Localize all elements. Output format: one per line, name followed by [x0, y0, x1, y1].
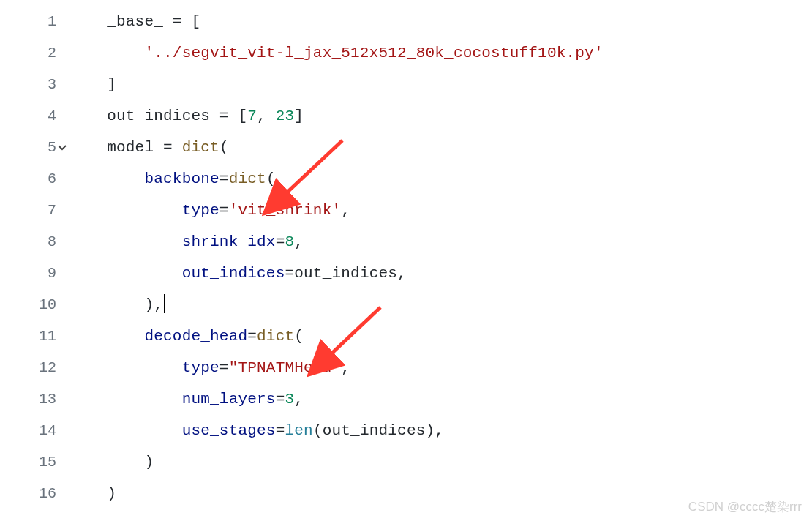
- token-default: [173, 139, 182, 156]
- line-number: 12: [0, 352, 56, 383]
- token-bracket: ]: [107, 76, 116, 93]
- token-bracket: (: [266, 170, 276, 187]
- token-param: backbone: [144, 170, 219, 187]
- token-operator: =: [247, 328, 257, 345]
- token-param: use_stages: [182, 422, 276, 439]
- code-line[interactable]: _base_ = [: [69, 6, 812, 37]
- text-cursor: [164, 294, 165, 313]
- token-bracket: (: [219, 139, 229, 156]
- token-bracket: (: [294, 328, 304, 345]
- code-line[interactable]: type="TPNATMHead",: [69, 352, 812, 383]
- line-number: 2: [0, 37, 56, 69]
- token-param: type: [182, 202, 219, 219]
- token-param: num_layers: [182, 391, 276, 408]
- token-default: [182, 13, 192, 30]
- code-line[interactable]: ),: [69, 289, 812, 321]
- token-operator: =: [219, 170, 229, 187]
- code-line[interactable]: '../segvit_vit-l_jax_512x512_80k_cocostu…: [69, 37, 812, 69]
- token-bracket: ): [144, 454, 154, 471]
- code-line[interactable]: num_layers=3,: [69, 383, 812, 415]
- line-number: 1: [0, 6, 56, 37]
- token-number: 3: [285, 391, 294, 408]
- token-string: 'vit_shrink': [229, 202, 342, 219]
- line-number: 13: [0, 383, 56, 415]
- token-bracket: ]: [294, 108, 304, 124]
- token-param: out_indices: [182, 265, 285, 282]
- line-number: 6: [0, 163, 56, 195]
- token-default: ,: [435, 422, 444, 439]
- token-bracket: [: [191, 13, 200, 30]
- code-line[interactable]: backbone=dict(: [69, 163, 812, 195]
- token-bracket: ): [426, 422, 435, 439]
- token-operator: =: [276, 422, 285, 439]
- token-bracket: ): [144, 296, 154, 313]
- token-default: ,: [294, 391, 304, 408]
- line-number-gutter: 12345678910111213141516: [0, 6, 69, 509]
- token-bracket: (: [313, 422, 323, 439]
- line-number: 10: [0, 289, 56, 321]
- token-bracket: [: [238, 108, 247, 124]
- code-line[interactable]: ): [69, 446, 812, 478]
- code-line[interactable]: decode_head=dict(: [69, 321, 812, 352]
- line-number: 8: [0, 226, 56, 258]
- line-number: 7: [0, 195, 56, 226]
- token-operator: =: [219, 359, 229, 376]
- token-number: 23: [276, 108, 295, 124]
- token-bracket: ): [107, 485, 116, 502]
- line-number: 16: [0, 478, 56, 509]
- token-builtin: len: [285, 422, 312, 439]
- token-default: out_indices,: [294, 265, 407, 282]
- line-number: 5: [0, 132, 56, 163]
- token-operator: =: [163, 139, 173, 156]
- token-operator: =: [276, 233, 285, 250]
- token-default: ,: [154, 296, 163, 313]
- token-default: model: [107, 139, 163, 156]
- token-default: _base_: [107, 13, 173, 30]
- line-number: 11: [0, 321, 56, 352]
- token-param: type: [182, 359, 219, 376]
- code-content[interactable]: _base_ = [ '../segvit_vit-l_jax_512x512_…: [69, 6, 812, 509]
- token-function: dict: [182, 139, 219, 156]
- chevron-down-icon[interactable]: [57, 143, 67, 153]
- token-default: ,: [257, 108, 276, 124]
- token-operator: =: [276, 391, 285, 408]
- code-line[interactable]: type='vit_shrink',: [69, 195, 812, 226]
- code-line[interactable]: shrink_idx=8,: [69, 226, 812, 258]
- code-line[interactable]: out_indices=out_indices,: [69, 258, 812, 289]
- code-line[interactable]: use_stages=len(out_indices),: [69, 415, 812, 446]
- token-operator: =: [219, 202, 229, 219]
- token-default: out_indices: [323, 422, 426, 439]
- line-number: 14: [0, 415, 56, 446]
- token-default: ,: [341, 359, 350, 376]
- token-param: shrink_idx: [182, 233, 276, 250]
- token-param: decode_head: [144, 328, 247, 345]
- token-default: ,: [294, 233, 304, 250]
- token-default: ,: [341, 202, 350, 219]
- line-number: 15: [0, 446, 56, 478]
- token-default: [229, 108, 238, 124]
- token-default: out_indices: [107, 108, 219, 124]
- line-number: 3: [0, 69, 56, 100]
- token-number: 7: [247, 108, 257, 124]
- code-line[interactable]: model = dict(: [69, 132, 812, 163]
- code-line[interactable]: out_indices = [7, 23]: [69, 100, 812, 132]
- token-number: 8: [285, 233, 294, 250]
- code-editor[interactable]: 12345678910111213141516 _base_ = [ '../s…: [0, 0, 812, 509]
- token-function: dict: [257, 328, 294, 345]
- token-function: dict: [229, 170, 266, 187]
- token-string: '../segvit_vit-l_jax_512x512_80k_cocostu…: [144, 45, 603, 61]
- code-line[interactable]: ]: [69, 69, 812, 100]
- line-number: 9: [0, 258, 56, 289]
- token-operator: =: [285, 265, 294, 282]
- line-number: 4: [0, 100, 56, 132]
- token-string: "TPNATMHead": [229, 359, 342, 376]
- token-operator: =: [219, 108, 229, 124]
- watermark-text: CSDN @cccc楚染rrr: [688, 498, 802, 515]
- token-operator: =: [173, 13, 182, 30]
